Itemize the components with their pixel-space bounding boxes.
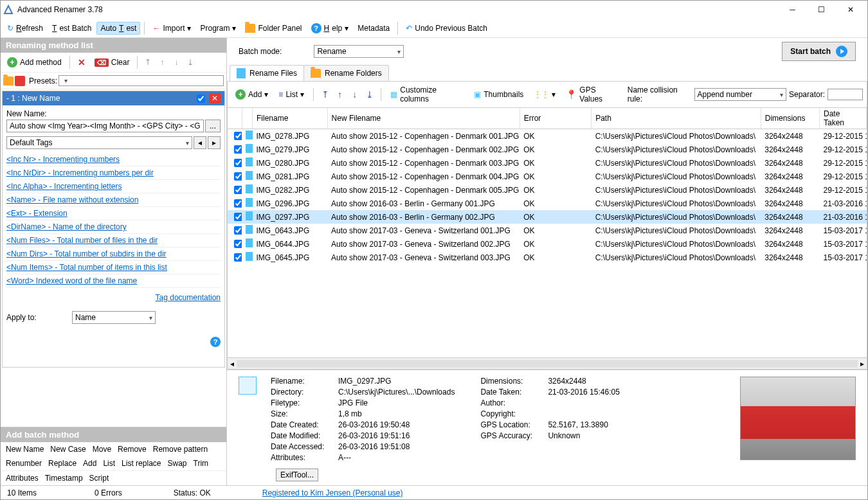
move-file-top-button[interactable]: ⤒ [319,88,331,101]
thumbnails-button[interactable]: ▣Thumbnails [470,88,527,101]
batch-method-trim[interactable]: Trim [194,459,209,468]
tag-link[interactable]: <Inc Nr> - Incrementing numbers [6,153,221,166]
column-header[interactable]: Error [520,108,592,129]
move-up-button[interactable]: ↑ [156,56,168,69]
add-method-button[interactable]: +Add method [3,55,66,69]
default-tags-combo[interactable]: Default Tags [6,136,192,149]
tag-documentation-link[interactable]: Tag documentation [156,293,221,302]
row-checkbox[interactable] [234,199,242,208]
minimize-button[interactable]: ─ [778,1,807,19]
row-checkbox[interactable] [234,172,242,181]
row-checkbox[interactable] [234,159,242,167]
row-checkbox[interactable] [234,145,242,154]
column-header[interactable]: Dimensions [761,108,819,129]
exiftool-button[interactable]: ExifTool... [276,469,318,481]
test-batch-button[interactable]: Test Batch [48,22,95,35]
row-checkbox[interactable] [234,253,242,262]
table-row[interactable]: IMG_0282.JPGAuto show 2015-12 - Copenhag… [228,183,867,197]
move-bottom-button[interactable]: ⤓ [184,56,197,69]
batch-method-attributes[interactable]: Attributes [6,474,39,483]
table-row[interactable]: IMG_0296.JPGAuto show 2016-03 - Berlin -… [228,197,867,210]
tab-rename-files[interactable]: Rename Files [230,65,304,81]
batch-method-list-replace[interactable]: List replace [122,459,161,468]
batch-method-new-name[interactable]: New Name [6,445,44,454]
refresh-button[interactable]: ↻Refresh [3,22,47,35]
tag-link[interactable]: <Word> Indexed word of the file name [6,274,221,288]
program-button[interactable]: Program▾ [196,22,240,35]
move-file-bottom-button[interactable]: ⤓ [363,88,375,101]
open-preset-icon[interactable] [3,76,14,85]
row-checkbox[interactable] [234,132,242,140]
pattern-more-button[interactable]: ... [205,120,221,132]
import-button[interactable]: ←Import▾ [149,22,195,35]
undo-button[interactable]: ↶Undo Previous Batch [402,22,491,35]
method-enabled-checkbox[interactable] [197,94,205,103]
move-top-button[interactable]: ⤒ [141,56,154,69]
delete-method-button[interactable]: ✕ [74,55,89,69]
batch-method-remove[interactable]: Remove [118,445,147,454]
clear-methods-button[interactable]: ⌫Clear [91,56,134,69]
batch-mode-combo[interactable]: Rename [314,45,404,58]
table-row[interactable]: IMG_0278.JPGAuto show 2015-12 - Copenhag… [228,129,867,143]
table-row[interactable]: IMG_0279.JPGAuto show 2015-12 - Copenhag… [228,143,867,156]
customize-columns-button[interactable]: ▦Customize columns [386,84,467,105]
move-file-up-button[interactable]: ↑ [334,88,346,101]
row-checkbox[interactable] [234,226,242,235]
table-row[interactable]: IMG_0645.JPGAuto show 2017-03 - Geneva -… [228,251,867,264]
method-close-button[interactable]: ✕ [209,93,221,103]
tag-link[interactable]: <Name> - File name without extension [6,193,221,207]
apply-to-combo[interactable]: Name [72,311,156,324]
collision-rule-combo[interactable]: Append number [694,88,786,101]
batch-method-swap[interactable]: Swap [167,459,186,468]
help-button[interactable]: ?Help▾ [307,21,353,35]
column-header[interactable]: New Filename [327,108,520,129]
tag-next-button[interactable]: ▸ [208,136,221,149]
batch-method-script[interactable]: Script [89,474,109,483]
presets-combo[interactable] [59,75,224,86]
table-row[interactable]: IMG_0280.JPGAuto show 2015-12 - Copenhag… [228,156,867,170]
columns-menu-button[interactable]: ⋮⋮▾ [530,88,559,101]
row-checkbox[interactable] [234,186,242,194]
maximize-button[interactable]: ☐ [807,1,836,19]
batch-method-new-case[interactable]: New Case [50,445,86,454]
tag-link[interactable]: <Num Files> - Total number of files in t… [6,234,221,247]
save-preset-icon[interactable] [15,76,25,86]
row-checkbox[interactable] [234,213,242,221]
tag-prev-button[interactable]: ◂ [194,136,206,149]
move-down-button[interactable]: ↓ [170,56,183,69]
batch-method-timestamp[interactable]: Timestamp [45,474,83,483]
table-row[interactable]: IMG_0643.JPGAuto show 2017-03 - Geneva -… [228,224,867,237]
folder-panel-button[interactable]: Folder Panel [241,22,305,35]
tag-link[interactable]: <Inc Alpha> - Incrementing letters [6,180,221,193]
column-header[interactable]: Filename [253,108,328,129]
column-header[interactable]: Path [592,108,761,129]
table-row[interactable]: IMG_0281.JPGAuto show 2015-12 - Copenhag… [228,170,867,183]
tab-rename-folders[interactable]: Rename Folders [303,65,389,81]
row-checkbox[interactable] [234,240,242,248]
gps-values-button[interactable]: 📍GPS Values [562,84,622,105]
batch-method-renumber[interactable]: Renumber [6,459,42,468]
close-button[interactable]: ✕ [836,1,865,19]
method-help-icon[interactable]: ? [210,337,221,347]
separator-input[interactable] [827,89,863,100]
horizontal-scrollbar[interactable]: ◂▸ [228,357,867,369]
tag-link[interactable]: <Ext> - Extension [6,207,221,220]
tag-link[interactable]: <Inc NrDir> - Incrementing numbers per d… [6,166,221,180]
list-button[interactable]: ≡List▾ [275,88,308,101]
batch-method-remove-pattern[interactable]: Remove pattern [153,445,208,454]
auto-test-button[interactable]: Auto Test [96,22,140,35]
metadata-button[interactable]: Metadata [354,22,393,35]
column-header[interactable]: Date Taken [819,108,866,129]
batch-method-replace[interactable]: Replace [48,459,77,468]
new-name-input[interactable] [6,120,204,132]
batch-method-add[interactable]: Add [83,459,96,468]
tag-link[interactable]: <Num Items> - Total number of items in t… [6,261,221,274]
table-row[interactable]: IMG_0644.JPGAuto show 2017-03 - Geneva -… [228,237,867,251]
tag-link[interactable]: <DirName> - Name of the directory [6,220,221,234]
batch-method-list[interactable]: List [103,459,115,468]
batch-method-move[interactable]: Move [93,445,111,454]
tag-link[interactable]: <Num Dirs> - Total number of subdirs in … [6,247,221,261]
move-file-down-button[interactable]: ↓ [348,88,361,101]
table-row[interactable]: IMG_0297.JPGAuto show 2016-03 - Berlin -… [228,210,867,224]
start-batch-button[interactable]: Start batch [782,42,856,61]
